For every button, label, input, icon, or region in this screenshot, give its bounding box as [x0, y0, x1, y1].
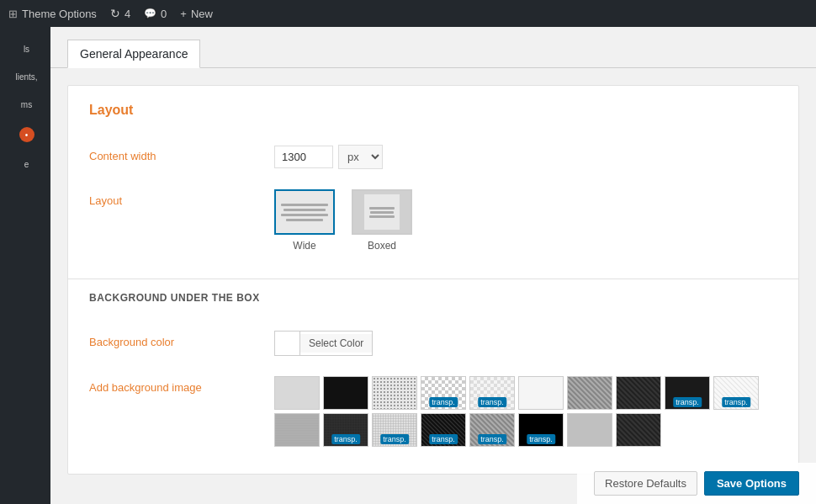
sidebar-label-themes: ms — [7, 99, 46, 110]
new-item[interactable]: + New — [180, 8, 213, 20]
layout-section-title: Layout — [89, 103, 777, 118]
layout-section: Layout Content width px em % L — [68, 86, 798, 279]
boxed-line-3 — [369, 215, 395, 218]
transp-badge-5: transp. — [478, 397, 506, 407]
layout-row: Layout Wide — [89, 179, 777, 262]
sidebar-label-clients: lients, — [7, 72, 46, 82]
bg-color-label: Background color — [89, 331, 257, 348]
admin-bar-title: Theme Options — [22, 8, 97, 20]
restore-defaults-button[interactable]: Restore Defaults — [594, 471, 697, 496]
wide-preview — [274, 189, 335, 235]
bg-thumb-12[interactable]: transp. — [323, 413, 368, 447]
wide-line-2 — [283, 209, 326, 211]
wide-line-4 — [286, 219, 324, 221]
layout-option-boxed[interactable]: Boxed — [352, 189, 412, 252]
grid-icon: ⊞ — [8, 8, 18, 20]
new-label: New — [191, 8, 213, 20]
wide-line-1 — [281, 204, 328, 206]
layout-option-wide[interactable]: Wide — [274, 189, 335, 252]
main-layout: ls lients, ms • e General Appearance Lay… — [0, 27, 816, 504]
bg-color-row: Background color Select Color — [89, 321, 777, 366]
bg-thumb-9[interactable]: transp. — [665, 376, 710, 410]
comments-count: 0 — [161, 8, 167, 20]
bg-thumb-8[interactable] — [616, 376, 661, 410]
sidebar-label-e: e — [7, 159, 46, 170]
color-picker-button[interactable]: Select Color — [274, 331, 373, 356]
bg-thumb-6[interactable] — [518, 376, 564, 410]
transp-badge-15: transp. — [478, 434, 506, 444]
bg-thumb-17[interactable] — [567, 413, 612, 447]
transp-badge-9: transp. — [673, 397, 702, 407]
wide-label: Wide — [293, 240, 315, 252]
updates-count: 4 — [125, 8, 130, 20]
bg-image-row: Add background image transp. transp. — [89, 366, 777, 457]
bg-images-grid: transp. transp. transp. — [274, 376, 777, 447]
sidebar-item-themes[interactable]: ms — [0, 91, 50, 119]
color-swatch — [275, 332, 300, 355]
save-options-button[interactable]: Save Options — [704, 471, 799, 496]
boxed-inner — [364, 194, 400, 230]
sidebar-item-clients[interactable]: lients, — [0, 63, 50, 91]
updates-icon: ↻ — [110, 7, 120, 20]
bg-thumb-7[interactable] — [567, 376, 612, 410]
content-width-control: px em % — [274, 145, 777, 169]
sidebar-item-e[interactable]: e — [0, 151, 50, 178]
transp-badge-12: transp. — [331, 434, 360, 444]
content-width-input[interactable] — [274, 146, 333, 168]
bg-thumb-13[interactable]: transp. — [372, 413, 417, 447]
bg-thumb-5[interactable]: transp. — [469, 376, 515, 410]
bg-thumb-3[interactable] — [372, 376, 417, 410]
tab-general-appearance[interactable]: General Appearance — [67, 40, 200, 68]
boxed-preview — [352, 189, 412, 235]
bg-color-control: Select Color — [274, 331, 777, 356]
bg-section-title: BACKGROUND UNDER THE BOX — [68, 279, 798, 312]
transp-badge-10: transp. — [722, 397, 750, 407]
main-panel: Layout Content width px em % L — [67, 85, 799, 475]
boxed-line-1 — [369, 207, 395, 210]
bg-thumb-15[interactable]: transp. — [469, 413, 515, 447]
sidebar-label-tools: ls — [7, 44, 46, 55]
transp-badge-16: transp. — [527, 434, 555, 444]
unit-select[interactable]: px em % — [338, 145, 383, 169]
admin-bar: ⊞ Theme Options ↻ 4 💬 0 + New — [0, 0, 816, 27]
bg-thumb-1[interactable] — [274, 376, 320, 410]
bg-thumb-18[interactable] — [616, 413, 661, 447]
select-color-label: Select Color — [300, 334, 372, 353]
layout-label: Layout — [89, 189, 257, 207]
bg-thumb-16[interactable]: transp. — [518, 413, 564, 447]
sidebar-item-tools[interactable]: ls — [0, 35, 50, 63]
bg-image-label: Add background image — [89, 376, 257, 394]
site-title[interactable]: ⊞ Theme Options — [8, 8, 97, 20]
transp-badge-4: transp. — [429, 397, 458, 407]
tab-label: General Appearance — [80, 47, 188, 61]
content-width-row: Content width px em % — [89, 135, 777, 179]
notification-badge: • — [19, 127, 34, 142]
bg-thumb-2[interactable] — [323, 376, 368, 410]
transp-badge-13: transp. — [380, 434, 409, 444]
transp-badge-14: transp. — [429, 434, 458, 444]
content-area: General Appearance Layout Content width … — [50, 27, 816, 504]
boxed-line-2 — [370, 211, 393, 214]
plus-icon: + — [180, 8, 187, 20]
tab-bar: General Appearance — [50, 27, 816, 68]
sidebar: ls lients, ms • e — [0, 27, 50, 504]
updates-item[interactable]: ↻ 4 — [110, 7, 130, 20]
boxed-label: Boxed — [368, 240, 396, 252]
bg-thumb-14[interactable]: transp. — [421, 413, 466, 447]
bg-thumb-4[interactable]: transp. — [421, 376, 466, 410]
wide-line-3 — [281, 214, 328, 216]
background-section: Background color Select Color Add backgr… — [68, 312, 798, 474]
bg-thumb-11[interactable] — [274, 413, 320, 447]
comments-item[interactable]: 💬 0 — [144, 8, 167, 20]
content-width-label: Content width — [89, 145, 257, 162]
layout-options: Wide — [274, 189, 777, 252]
layout-options-group: Wide — [274, 189, 412, 252]
bottom-bar: Restore Defaults Save Options — [577, 463, 816, 504]
sidebar-item-dot[interactable]: • — [0, 119, 50, 151]
bg-image-control: transp. transp. transp. — [274, 376, 777, 447]
comments-icon: 💬 — [144, 8, 156, 19]
bg-thumb-10[interactable]: transp. — [713, 376, 759, 410]
